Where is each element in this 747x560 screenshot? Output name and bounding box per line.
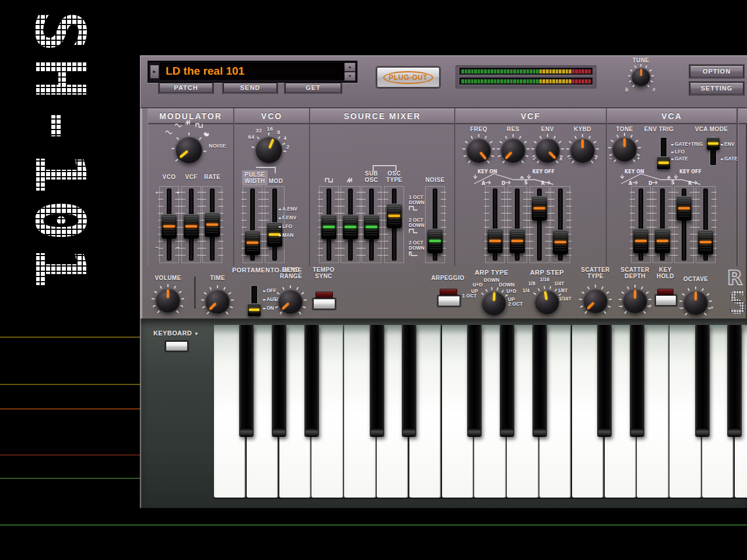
- black-key[interactable]: [402, 325, 416, 437]
- env-trig-gatetrig: GATE+TRIG: [671, 142, 703, 147]
- saw-level-fader[interactable]: [341, 186, 360, 263]
- modulator-rate-fader[interactable]: [202, 186, 222, 263]
- mod-mark-aenv: A.ENV: [279, 206, 297, 212]
- send-button[interactable]: SEND: [223, 83, 277, 93]
- clipped-section-header: [738, 108, 747, 124]
- patch-menu-button[interactable]: ▶: [150, 65, 159, 79]
- arp-step-116: 1/16: [540, 277, 550, 282]
- vca-mode-env: ENV: [721, 142, 734, 147]
- patch-display[interactable]: LD the real 101: [160, 62, 348, 80]
- vca-key-on-label: KEY ON: [625, 169, 644, 174]
- black-key[interactable]: [467, 325, 482, 437]
- key-hold-led: [657, 289, 674, 295]
- keyboard-toggle-button[interactable]: [166, 341, 188, 351]
- bg-line-3: [0, 408, 140, 410]
- env-trig-lfo: LFO: [671, 149, 685, 155]
- tone-plus: +: [637, 156, 640, 162]
- freq-label: FREQ: [470, 127, 487, 132]
- bend-range-knob[interactable]: [274, 285, 307, 318]
- vca-release-fader[interactable]: [696, 186, 716, 263]
- black-key[interactable]: [500, 325, 514, 437]
- vca-mode-switch[interactable]: [707, 136, 720, 166]
- arp-step-14: 1/4: [522, 288, 529, 293]
- patch-up-button[interactable]: ▲: [344, 62, 356, 72]
- black-key[interactable]: [304, 325, 319, 437]
- scatter-type-knob[interactable]: [579, 285, 612, 317]
- arp-type-knob[interactable]: [478, 287, 510, 320]
- env-trig-switch[interactable]: [657, 136, 670, 170]
- black-key[interactable]: [239, 325, 254, 437]
- square-level-fader[interactable]: [319, 186, 339, 263]
- range-64: 64: [248, 135, 255, 140]
- vco-range-knob[interactable]: [251, 132, 286, 167]
- keyboard-label-text: KEYBOARD: [153, 330, 192, 337]
- portamento-mode-switch[interactable]: [248, 285, 261, 317]
- piano-keyboard[interactable]: [214, 325, 747, 499]
- tune-knob[interactable]: [628, 64, 654, 90]
- scatter-type-label-1: SCATTER: [581, 267, 609, 273]
- vcf-freq-knob[interactable]: [462, 134, 495, 167]
- modulator-waveform-knob[interactable]: [171, 132, 206, 167]
- osc-type-label-1: OSC: [388, 171, 401, 177]
- mod-mark-lfo: LFO: [279, 224, 292, 229]
- modulator-noise-label: NOISE: [209, 144, 226, 149]
- octave-knob[interactable]: [679, 286, 712, 319]
- clipped-section: [738, 108, 747, 266]
- osc-group2-line2: DOWN: [409, 223, 425, 228]
- kybd-plus: +: [594, 156, 598, 162]
- black-key[interactable]: [597, 325, 612, 437]
- black-key[interactable]: [695, 325, 710, 437]
- key-hold-button[interactable]: [655, 295, 676, 306]
- tone-knob[interactable]: [608, 133, 641, 166]
- osc-type-fader[interactable]: [384, 186, 404, 263]
- sub-osc-level-fader[interactable]: [362, 186, 381, 263]
- vcf-sustain-fader[interactable]: [529, 186, 549, 263]
- vcf-d-label: D: [501, 181, 506, 186]
- square-icon: [195, 123, 203, 128]
- pulse-wide-icon: [409, 228, 418, 233]
- vcf-env-knob[interactable]: [531, 134, 564, 167]
- black-key[interactable]: [727, 325, 742, 437]
- vcf-kybd-knob[interactable]: [566, 134, 599, 167]
- scatter-depth-knob[interactable]: [619, 285, 651, 317]
- patch-down-button[interactable]: ▼: [344, 72, 356, 81]
- tempo-sync-button[interactable]: [313, 299, 335, 309]
- vcf-release-fader[interactable]: [550, 186, 570, 263]
- tempo-sync-label-2: SYNC: [315, 274, 332, 279]
- env-negative-symbol: ✓: [532, 156, 537, 162]
- black-key[interactable]: [272, 325, 286, 437]
- key-hold-label-2: HOLD: [657, 274, 674, 279]
- modulator-vco-fader[interactable]: [159, 186, 179, 263]
- scatter-depth-plus: +: [648, 304, 652, 309]
- top-bar: ▶ LD the real 101 ▲ ▼ PATCH SEND GET PLU…: [141, 56, 747, 108]
- black-key[interactable]: [630, 325, 644, 437]
- sine-icon: [174, 123, 182, 128]
- arp-step-14t: 1/4T: [554, 281, 564, 286]
- modulator-vcf-fader[interactable]: [181, 186, 201, 263]
- vca-sustain-fader[interactable]: [674, 186, 694, 263]
- noise-level-fader[interactable]: [425, 186, 445, 263]
- patch-button[interactable]: PATCH: [159, 83, 213, 93]
- portamento-time-knob[interactable]: [201, 285, 234, 318]
- pulse-width-fader[interactable]: [243, 186, 262, 263]
- black-key[interactable]: [370, 325, 384, 437]
- plug-out-button[interactable]: PLUG-OUT: [377, 67, 440, 88]
- vcf-res-knob[interactable]: [497, 134, 529, 167]
- vca-attack-fader[interactable]: [631, 186, 651, 263]
- vcf-r-label: R: [541, 181, 545, 186]
- keyboard-label: KEYBOARD ▼: [153, 330, 199, 337]
- arp-step-116t: 1/16T: [559, 296, 571, 302]
- arpeggio-button[interactable]: [438, 296, 460, 306]
- setting-button[interactable]: SETTING: [690, 82, 744, 94]
- black-key[interactable]: [532, 325, 547, 437]
- volume-knob[interactable]: [152, 284, 184, 317]
- vcf-attack-fader[interactable]: [485, 186, 505, 263]
- vcf-decay-fader[interactable]: [507, 186, 527, 263]
- saw-wave-icon: [346, 177, 354, 183]
- option-button[interactable]: OPTION: [690, 65, 744, 78]
- get-button[interactable]: GET: [285, 83, 341, 93]
- arp-step-18: 1/8: [528, 281, 535, 286]
- vca-decay-fader[interactable]: [653, 186, 672, 263]
- modulator-vcf-label: VCF: [185, 174, 197, 180]
- tone-label: TONE: [616, 127, 633, 132]
